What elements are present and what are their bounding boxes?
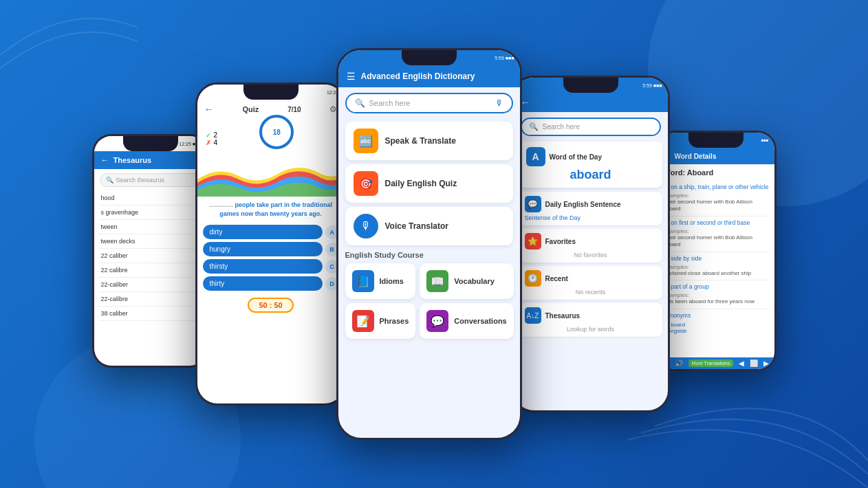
thesaurus-search-placeholder: Search thesaurus (116, 177, 165, 184)
daily-quiz-label: Daily English Quiz (385, 179, 457, 188)
wd-example-label-3: Examples: (664, 264, 769, 270)
phone-main: 5:59 ■■■ ☰ Advanced English Dictionary 🔍… (336, 48, 522, 440)
phone5-notch (688, 133, 744, 148)
list-item[interactable]: tween decks (98, 234, 203, 249)
quiz-correct-row: ✓ 2 (206, 131, 218, 139)
conversations-label: Conversations (454, 317, 506, 325)
word-of-day-section: A Word of the Day aboard (519, 142, 662, 188)
app-header: ☰ Advanced English Dictionary (338, 65, 520, 87)
recent-title: Recent (545, 275, 568, 282)
dict-back-icon[interactable]: ← (521, 97, 530, 108)
vocabulary-label: Vocabulary (454, 277, 495, 285)
list-item[interactable]: s gravenhage (98, 206, 203, 220)
wd-example-label-4: Examples: (664, 292, 769, 298)
quiz-progress: 7/10 (287, 106, 301, 113)
speak-translate-icon: 🔤 (354, 129, 378, 153)
phone4-screen: 5:59 ■■■ ← 🔍 Search here A Word of the D… (514, 78, 668, 410)
list-item[interactable]: 22-calibre (98, 292, 203, 307)
thesaurus-search-bar[interactable]: 🔍 Search thesaurus (100, 173, 202, 187)
list-item[interactable]: 22 caliber (98, 249, 203, 263)
phrases-icon: 📝 (352, 310, 374, 332)
recent-header: 🕐 Recent (525, 270, 657, 287)
speak-translate-card[interactable]: 🔤 Speak & Translate (345, 122, 513, 160)
daily-quiz-icon: 🎯 (354, 171, 378, 196)
wd-title: Word Details (675, 153, 717, 160)
quiz-options: dirty A hungry B thirsty C thirty D (197, 222, 345, 293)
wd-definition-3: (r) side by side Examples: anchored clos… (664, 252, 769, 280)
conversations-card[interactable]: 💬 Conversations (420, 303, 513, 339)
wd-synonyms-label: Synonyms (664, 309, 769, 322)
list-item[interactable]: hood (98, 191, 203, 206)
mic-icon[interactable]: 🎙 (495, 98, 503, 108)
fifty-fifty-btn[interactable]: 50 : 50 (248, 298, 293, 313)
thesaurus-list: hood s gravenhage tween tween decks 22 c… (94, 191, 207, 321)
favorites-icon: ⭐ (525, 233, 541, 249)
thesaurus-header-4: A↓Z Thesaurus (525, 307, 657, 324)
wd-example-label-1: Examples: (664, 192, 769, 199)
speak-translate-label: Speak & Translate (385, 136, 456, 146)
search-icon: 🔍 (106, 177, 113, 184)
quiz-back-icon[interactable]: ← (204, 104, 214, 115)
list-item[interactable]: 22-caliber (98, 278, 203, 292)
favorites-header: ⭐ Favorites (525, 233, 657, 249)
daily-quiz-card[interactable]: 🎯 Daily English Quiz (345, 164, 513, 203)
wd-syn-items: on board alongside (664, 322, 769, 334)
thesaurus-back-icon[interactable]: ← (101, 155, 109, 165)
quiz-option-d[interactable]: thirty D (203, 276, 339, 291)
quiz-timer-circle: 18 (259, 115, 294, 149)
option-thirsty-btn[interactable]: thirsty (203, 259, 323, 274)
main-cards: 🔤 Speak & Translate 🎯 Daily English Quiz… (338, 119, 520, 248)
hamburger-icon[interactable]: ☰ (347, 71, 356, 82)
phone-dictionary: 5:59 ■■■ ← 🔍 Search here A Word of the D… (512, 76, 670, 412)
quiz-option-c[interactable]: thirsty C (203, 259, 339, 274)
quiz-option-b[interactable]: hungry B (203, 242, 339, 256)
wd-def-text-4: (r) part of a group (664, 283, 769, 291)
option-thirty-btn[interactable]: thirty (203, 276, 323, 291)
vocabulary-card[interactable]: 📖 Vocabulary (420, 263, 513, 299)
wotd-title: Word of the Day (550, 153, 602, 161)
thesaurus-title: Thesaurus (113, 156, 152, 164)
wd-word-title: Word: Aboard (664, 168, 769, 177)
phone2-notch (243, 85, 299, 100)
voice-translator-card[interactable]: 🎙 Voice Translator (345, 207, 513, 245)
search-placeholder: Search here (369, 99, 491, 107)
list-item[interactable]: 22 calibre (98, 263, 203, 278)
thesaurus-subtitle-4: Lookup for words (525, 326, 657, 333)
option-dirty-btn[interactable]: dirty (203, 225, 323, 239)
option-hungry-btn[interactable]: hungry (203, 242, 323, 256)
phone3-screen: 5:59 ■■■ ☰ Advanced English Dictionary 🔍… (338, 50, 520, 438)
wd-header: ← Word Details (658, 148, 774, 164)
quiz-wave (197, 159, 345, 197)
idioms-card[interactable]: 📘 Idioms (345, 263, 416, 299)
search-icon: 🔍 (355, 98, 365, 108)
more-translations-btn[interactable]: More Translations (688, 359, 734, 367)
main-search-bar[interactable]: 🔍 Search here 🎙 (345, 93, 513, 113)
dict-search-bar[interactable]: 🔍 Search here (521, 118, 661, 136)
wd-nav-prev[interactable]: ◀ (739, 359, 744, 367)
wd-nav-next[interactable]: ▶ (763, 359, 769, 367)
wd-nav-home[interactable]: ⬜ (750, 359, 758, 367)
wotd-word[interactable]: aboard (569, 168, 611, 182)
phrases-card[interactable]: 📝 Phrases (345, 303, 416, 339)
phone4-notch (563, 78, 618, 93)
quiz-option-a[interactable]: dirty A (203, 225, 339, 239)
wd-bottom-bar: ☆ 🔊 More Translations ◀ ⬜ ▶ (658, 357, 774, 369)
study-section-title: English Study Course (338, 248, 520, 262)
list-item[interactable]: tween (98, 220, 203, 234)
quiz-correct: 2 (214, 131, 218, 139)
list-item[interactable]: 38 caliber (98, 307, 203, 321)
wotd-header: A Word of the Day (526, 147, 655, 166)
phone1-notch (123, 136, 178, 151)
wd-example-text-1: Their second homer with Bob Allison aboa… (664, 199, 769, 213)
wd-def-text-2: (r) on first or second or third base (664, 219, 769, 227)
wd-definition-2: (r) on first or second or third base Exa… (664, 217, 769, 252)
check-icon: ✓ (206, 131, 211, 139)
wd-speaker-icon[interactable]: 🔊 (675, 359, 683, 367)
wd-example-text-3: anchored close aboard another ship (664, 270, 769, 277)
favorites-value: No favorites (525, 252, 657, 258)
recent-section: 🕐 Recent No recents (519, 266, 662, 300)
thesaurus-section: A↓Z Thesaurus Lookup for words (519, 303, 662, 337)
sentence-icon: 💬 (525, 196, 541, 212)
conversations-icon: 💬 (426, 310, 448, 332)
phone5-screen: ■■■ ← Word Details Word: Aboard (r) on a… (658, 133, 774, 369)
